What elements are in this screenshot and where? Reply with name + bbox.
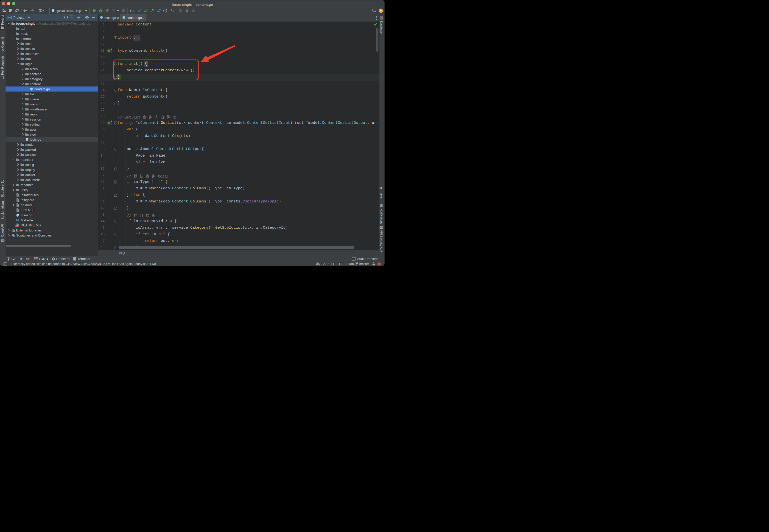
svg-text:/API: /API [2,240,4,242]
svg-text:/API: /API [380,227,383,228]
svg-text:/API: /API [352,258,355,260]
svg-text:?: ? [317,263,318,265]
